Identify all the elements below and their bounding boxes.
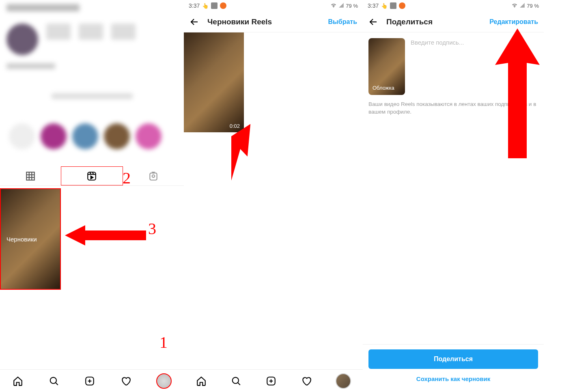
svg-rect-7 — [150, 173, 157, 180]
svg-rect-0 — [26, 172, 34, 180]
panel-profile: Черновики — [0, 0, 184, 392]
share-title: Поделиться — [386, 17, 489, 26]
status-time: 3:37 — [368, 2, 379, 9]
panel-drafts: 3:37 79 % Черновики Reels Выбрать 0:02 — [184, 0, 363, 392]
bottom-nav — [184, 369, 363, 392]
svg-point-8 — [152, 174, 155, 177]
nav-profile[interactable] — [156, 373, 172, 389]
svg-rect-5 — [88, 172, 96, 180]
touch-icon — [202, 2, 209, 9]
cover-label: Обложка — [373, 85, 394, 91]
share-button[interactable]: Поделиться — [368, 349, 538, 369]
draft-duration: 0:02 — [230, 123, 240, 129]
tab-tagged[interactable] — [123, 166, 184, 185]
svg-marker-6 — [91, 176, 93, 179]
wifi-icon — [330, 2, 337, 10]
wifi-icon — [511, 2, 518, 10]
status-battery: 79 % — [527, 3, 539, 9]
nav-search[interactable] — [230, 375, 242, 387]
nav-add[interactable] — [265, 375, 277, 387]
nav-activity[interactable] — [301, 375, 312, 387]
edit-button[interactable]: Редактировать — [489, 18, 538, 26]
nav-search[interactable] — [48, 375, 60, 387]
nav-add[interactable] — [84, 375, 95, 387]
drafts-title: Черновики Reels — [207, 17, 328, 26]
share-hint-text: Ваши видео Reels показываются в лентах в… — [368, 101, 538, 116]
share-footer: Поделиться Сохранить как черновик — [363, 344, 544, 392]
profile-header-blurred — [0, 0, 184, 166]
image-icon — [211, 2, 218, 9]
status-battery: 79 % — [346, 3, 358, 9]
app-icon — [220, 2, 226, 9]
nav-activity[interactable] — [120, 375, 131, 387]
nav-profile[interactable] — [336, 373, 351, 389]
back-button[interactable] — [368, 17, 378, 27]
drafts-header: Черновики Reels Выбрать — [184, 11, 363, 32]
nav-home[interactable] — [12, 375, 24, 387]
select-button[interactable]: Выбрать — [328, 18, 357, 26]
cover-thumbnail[interactable]: Обложка — [368, 38, 405, 95]
signal-icon — [519, 2, 525, 9]
save-as-draft-link[interactable]: Сохранить как черновик — [368, 375, 538, 382]
image-icon — [390, 2, 396, 9]
app-icon — [399, 2, 405, 9]
touch-icon — [381, 2, 388, 9]
tab-reels[interactable] — [61, 166, 123, 185]
status-bar: 3:37 79 % — [184, 0, 363, 11]
signal-icon — [338, 2, 344, 9]
drafts-tile[interactable]: Черновики — [0, 188, 61, 290]
caption-input[interactable]: Введите подпись... — [411, 38, 538, 95]
share-header: Поделиться Редактировать — [363, 11, 544, 32]
draft-thumbnail[interactable]: 0:02 — [184, 32, 244, 132]
profile-tabs — [0, 166, 184, 186]
svg-point-9 — [50, 377, 56, 383]
nav-home[interactable] — [196, 375, 207, 387]
bottom-nav — [0, 369, 184, 392]
status-time: 3:37 — [189, 2, 200, 9]
status-bar: 3:37 79 % — [363, 0, 544, 11]
panel-share: 3:37 79 % Поделиться Редактировать Облож… — [363, 0, 544, 392]
svg-point-15 — [233, 377, 239, 383]
svg-line-10 — [56, 383, 58, 385]
back-button[interactable] — [190, 17, 199, 27]
tab-grid[interactable] — [0, 166, 61, 185]
svg-line-16 — [238, 383, 240, 385]
drafts-tile-label: Черновики — [6, 236, 37, 243]
